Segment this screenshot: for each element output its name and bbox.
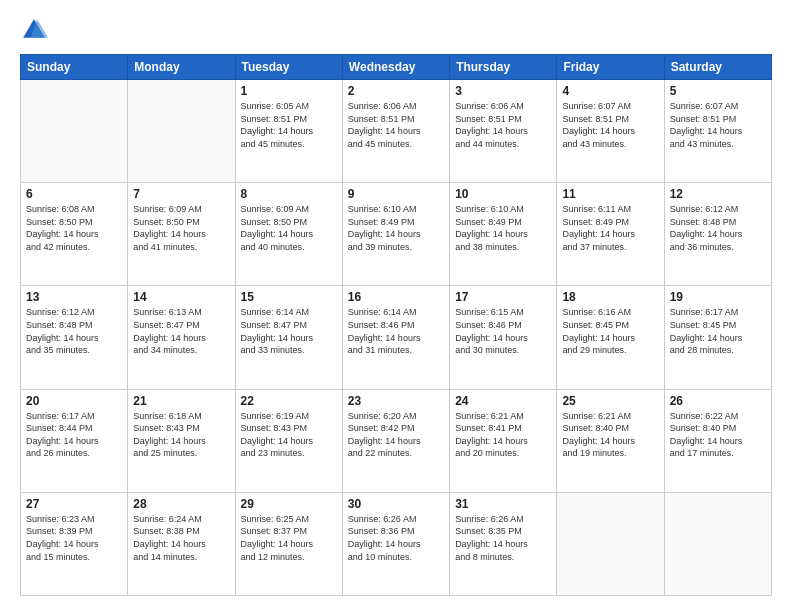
calendar-cell <box>128 80 235 183</box>
day-info: Sunrise: 6:10 AM Sunset: 8:49 PM Dayligh… <box>348 203 444 253</box>
day-number: 18 <box>562 290 658 304</box>
weekday-header-thursday: Thursday <box>450 55 557 80</box>
weekday-header-row: SundayMondayTuesdayWednesdayThursdayFrid… <box>21 55 772 80</box>
day-info: Sunrise: 6:07 AM Sunset: 8:51 PM Dayligh… <box>670 100 766 150</box>
day-number: 9 <box>348 187 444 201</box>
day-info: Sunrise: 6:21 AM Sunset: 8:41 PM Dayligh… <box>455 410 551 460</box>
calendar-cell: 30Sunrise: 6:26 AM Sunset: 8:36 PM Dayli… <box>342 492 449 595</box>
day-number: 17 <box>455 290 551 304</box>
day-number: 13 <box>26 290 122 304</box>
calendar-cell <box>21 80 128 183</box>
day-number: 3 <box>455 84 551 98</box>
day-number: 27 <box>26 497 122 511</box>
day-info: Sunrise: 6:23 AM Sunset: 8:39 PM Dayligh… <box>26 513 122 563</box>
calendar-cell: 13Sunrise: 6:12 AM Sunset: 8:48 PM Dayli… <box>21 286 128 389</box>
day-info: Sunrise: 6:12 AM Sunset: 8:48 PM Dayligh… <box>26 306 122 356</box>
calendar-cell <box>557 492 664 595</box>
calendar-cell: 14Sunrise: 6:13 AM Sunset: 8:47 PM Dayli… <box>128 286 235 389</box>
week-row-3: 20Sunrise: 6:17 AM Sunset: 8:44 PM Dayli… <box>21 389 772 492</box>
calendar-cell: 12Sunrise: 6:12 AM Sunset: 8:48 PM Dayli… <box>664 183 771 286</box>
day-info: Sunrise: 6:05 AM Sunset: 8:51 PM Dayligh… <box>241 100 337 150</box>
calendar-cell: 10Sunrise: 6:10 AM Sunset: 8:49 PM Dayli… <box>450 183 557 286</box>
calendar-cell: 9Sunrise: 6:10 AM Sunset: 8:49 PM Daylig… <box>342 183 449 286</box>
day-info: Sunrise: 6:08 AM Sunset: 8:50 PM Dayligh… <box>26 203 122 253</box>
weekday-header-wednesday: Wednesday <box>342 55 449 80</box>
day-number: 19 <box>670 290 766 304</box>
calendar-cell: 2Sunrise: 6:06 AM Sunset: 8:51 PM Daylig… <box>342 80 449 183</box>
calendar-cell: 5Sunrise: 6:07 AM Sunset: 8:51 PM Daylig… <box>664 80 771 183</box>
day-info: Sunrise: 6:09 AM Sunset: 8:50 PM Dayligh… <box>241 203 337 253</box>
calendar-cell: 28Sunrise: 6:24 AM Sunset: 8:38 PM Dayli… <box>128 492 235 595</box>
calendar-cell: 19Sunrise: 6:17 AM Sunset: 8:45 PM Dayli… <box>664 286 771 389</box>
weekday-header-tuesday: Tuesday <box>235 55 342 80</box>
day-info: Sunrise: 6:11 AM Sunset: 8:49 PM Dayligh… <box>562 203 658 253</box>
weekday-header-monday: Monday <box>128 55 235 80</box>
week-row-0: 1Sunrise: 6:05 AM Sunset: 8:51 PM Daylig… <box>21 80 772 183</box>
day-number: 4 <box>562 84 658 98</box>
day-info: Sunrise: 6:10 AM Sunset: 8:49 PM Dayligh… <box>455 203 551 253</box>
day-info: Sunrise: 6:22 AM Sunset: 8:40 PM Dayligh… <box>670 410 766 460</box>
day-info: Sunrise: 6:13 AM Sunset: 8:47 PM Dayligh… <box>133 306 229 356</box>
day-info: Sunrise: 6:07 AM Sunset: 8:51 PM Dayligh… <box>562 100 658 150</box>
day-info: Sunrise: 6:20 AM Sunset: 8:42 PM Dayligh… <box>348 410 444 460</box>
week-row-2: 13Sunrise: 6:12 AM Sunset: 8:48 PM Dayli… <box>21 286 772 389</box>
day-number: 22 <box>241 394 337 408</box>
day-number: 30 <box>348 497 444 511</box>
day-number: 31 <box>455 497 551 511</box>
weekday-header-sunday: Sunday <box>21 55 128 80</box>
page: SundayMondayTuesdayWednesdayThursdayFrid… <box>0 0 792 612</box>
calendar-cell <box>664 492 771 595</box>
day-number: 12 <box>670 187 766 201</box>
calendar-cell: 8Sunrise: 6:09 AM Sunset: 8:50 PM Daylig… <box>235 183 342 286</box>
calendar-cell: 25Sunrise: 6:21 AM Sunset: 8:40 PM Dayli… <box>557 389 664 492</box>
day-number: 10 <box>455 187 551 201</box>
day-info: Sunrise: 6:09 AM Sunset: 8:50 PM Dayligh… <box>133 203 229 253</box>
calendar-cell: 17Sunrise: 6:15 AM Sunset: 8:46 PM Dayli… <box>450 286 557 389</box>
calendar-cell: 22Sunrise: 6:19 AM Sunset: 8:43 PM Dayli… <box>235 389 342 492</box>
week-row-1: 6Sunrise: 6:08 AM Sunset: 8:50 PM Daylig… <box>21 183 772 286</box>
calendar-cell: 11Sunrise: 6:11 AM Sunset: 8:49 PM Dayli… <box>557 183 664 286</box>
day-number: 28 <box>133 497 229 511</box>
day-info: Sunrise: 6:12 AM Sunset: 8:48 PM Dayligh… <box>670 203 766 253</box>
day-info: Sunrise: 6:25 AM Sunset: 8:37 PM Dayligh… <box>241 513 337 563</box>
week-row-4: 27Sunrise: 6:23 AM Sunset: 8:39 PM Dayli… <box>21 492 772 595</box>
calendar-cell: 27Sunrise: 6:23 AM Sunset: 8:39 PM Dayli… <box>21 492 128 595</box>
weekday-header-saturday: Saturday <box>664 55 771 80</box>
day-number: 24 <box>455 394 551 408</box>
calendar-table: SundayMondayTuesdayWednesdayThursdayFrid… <box>20 54 772 596</box>
day-number: 20 <box>26 394 122 408</box>
day-number: 16 <box>348 290 444 304</box>
calendar-cell: 16Sunrise: 6:14 AM Sunset: 8:46 PM Dayli… <box>342 286 449 389</box>
day-number: 8 <box>241 187 337 201</box>
day-info: Sunrise: 6:15 AM Sunset: 8:46 PM Dayligh… <box>455 306 551 356</box>
calendar-cell: 20Sunrise: 6:17 AM Sunset: 8:44 PM Dayli… <box>21 389 128 492</box>
calendar-cell: 3Sunrise: 6:06 AM Sunset: 8:51 PM Daylig… <box>450 80 557 183</box>
day-number: 7 <box>133 187 229 201</box>
calendar-cell: 21Sunrise: 6:18 AM Sunset: 8:43 PM Dayli… <box>128 389 235 492</box>
calendar-cell: 7Sunrise: 6:09 AM Sunset: 8:50 PM Daylig… <box>128 183 235 286</box>
calendar-cell: 1Sunrise: 6:05 AM Sunset: 8:51 PM Daylig… <box>235 80 342 183</box>
calendar-cell: 6Sunrise: 6:08 AM Sunset: 8:50 PM Daylig… <box>21 183 128 286</box>
day-info: Sunrise: 6:14 AM Sunset: 8:46 PM Dayligh… <box>348 306 444 356</box>
calendar-cell: 23Sunrise: 6:20 AM Sunset: 8:42 PM Dayli… <box>342 389 449 492</box>
header <box>20 16 772 44</box>
day-info: Sunrise: 6:26 AM Sunset: 8:36 PM Dayligh… <box>348 513 444 563</box>
day-number: 1 <box>241 84 337 98</box>
day-number: 5 <box>670 84 766 98</box>
day-info: Sunrise: 6:19 AM Sunset: 8:43 PM Dayligh… <box>241 410 337 460</box>
day-info: Sunrise: 6:17 AM Sunset: 8:44 PM Dayligh… <box>26 410 122 460</box>
day-info: Sunrise: 6:14 AM Sunset: 8:47 PM Dayligh… <box>241 306 337 356</box>
day-info: Sunrise: 6:26 AM Sunset: 8:35 PM Dayligh… <box>455 513 551 563</box>
day-number: 26 <box>670 394 766 408</box>
calendar-cell: 15Sunrise: 6:14 AM Sunset: 8:47 PM Dayli… <box>235 286 342 389</box>
day-info: Sunrise: 6:21 AM Sunset: 8:40 PM Dayligh… <box>562 410 658 460</box>
day-number: 23 <box>348 394 444 408</box>
weekday-header-friday: Friday <box>557 55 664 80</box>
calendar-cell: 18Sunrise: 6:16 AM Sunset: 8:45 PM Dayli… <box>557 286 664 389</box>
day-number: 2 <box>348 84 444 98</box>
calendar-cell: 26Sunrise: 6:22 AM Sunset: 8:40 PM Dayli… <box>664 389 771 492</box>
day-info: Sunrise: 6:06 AM Sunset: 8:51 PM Dayligh… <box>455 100 551 150</box>
calendar-cell: 24Sunrise: 6:21 AM Sunset: 8:41 PM Dayli… <box>450 389 557 492</box>
calendar-cell: 29Sunrise: 6:25 AM Sunset: 8:37 PM Dayli… <box>235 492 342 595</box>
day-info: Sunrise: 6:17 AM Sunset: 8:45 PM Dayligh… <box>670 306 766 356</box>
